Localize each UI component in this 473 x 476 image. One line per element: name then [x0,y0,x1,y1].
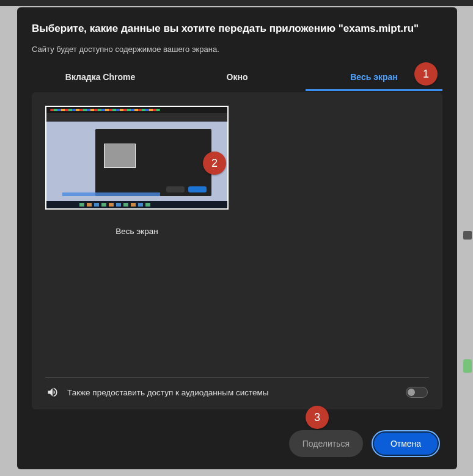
screen-tile-label: Весь экран [45,227,229,236]
source-tabs: Вкладка Chrome Окно Весь экран [32,66,442,91]
screen-tile[interactable]: Весь экран [45,106,229,236]
tab-chrome-tab[interactable]: Вкладка Chrome [32,66,169,91]
share-audio-row: Также предоставить доступ к аудиоданным … [45,378,429,401]
annotation-callout-3: 3 [306,406,329,429]
screen-share-dialog: Выберите, какие данные вы хотите передат… [17,7,457,469]
annotation-callout-1: 1 [414,62,438,86]
background-hint [463,231,472,240]
share-audio-toggle[interactable] [406,387,428,398]
cancel-button[interactable]: Отмена [372,430,440,457]
screen-thumbnail [45,106,229,210]
sources-panel: Весь экран Также предоставить доступ к а… [32,92,442,409]
share-button[interactable]: Поделиться [289,430,363,457]
share-audio-label: Также предоставить доступ к аудиоданным … [67,388,269,397]
dialog-title: Выберите, какие данные вы хотите передат… [32,22,442,36]
dialog-footer: Поделиться Отмена [32,430,442,457]
tab-window[interactable]: Окно [169,66,306,91]
speaker-icon [46,386,59,398]
dialog-subtitle: Сайту будет доступно содержимое вашего э… [32,45,442,54]
background-hint [463,359,472,373]
sources-grid: Весь экран [45,106,429,370]
annotation-callout-2: 2 [203,152,226,175]
